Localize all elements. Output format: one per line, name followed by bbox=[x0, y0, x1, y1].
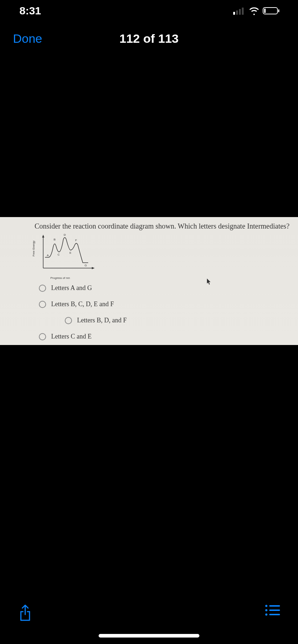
cursor-icon bbox=[207, 279, 211, 285]
svg-rect-2 bbox=[239, 9, 241, 15]
option-label: Letters A and G bbox=[51, 284, 92, 292]
svg-text:C: C bbox=[58, 253, 60, 256]
option-row[interactable]: Letters A and G bbox=[39, 284, 298, 292]
question-prompt: Consider the reaction coordinate diagram… bbox=[0, 217, 298, 230]
svg-rect-6 bbox=[278, 9, 279, 12]
home-indicator[interactable] bbox=[99, 634, 199, 638]
radio-icon[interactable] bbox=[39, 285, 46, 292]
svg-point-20 bbox=[265, 609, 267, 611]
nav-bar: Done 112 of 113 bbox=[0, 22, 298, 56]
option-row[interactable]: Letters B, C, D, E and F bbox=[39, 300, 298, 308]
svg-point-18 bbox=[265, 605, 267, 607]
svg-text:A: A bbox=[47, 254, 49, 257]
svg-text:G: G bbox=[85, 264, 87, 267]
page-counter: 112 of 113 bbox=[119, 32, 179, 46]
document-content[interactable]: Consider the reaction coordinate diagram… bbox=[0, 217, 298, 345]
reaction-diagram: Free Energy A B C D E F G Progress of rx… bbox=[36, 234, 99, 275]
answer-options: Letters A and G Letters B, C, D, E and F… bbox=[39, 284, 298, 340]
svg-marker-8 bbox=[42, 235, 44, 238]
radio-icon[interactable] bbox=[39, 301, 46, 308]
option-row[interactable]: Letters B, D, and F bbox=[65, 317, 298, 324]
option-label: Letters B, C, D, E and F bbox=[51, 300, 114, 308]
svg-rect-1 bbox=[236, 10, 238, 15]
svg-marker-10 bbox=[92, 267, 95, 269]
battery-icon bbox=[263, 6, 280, 15]
diagram-ylabel: Free Energy bbox=[32, 240, 35, 256]
svg-text:F: F bbox=[75, 239, 77, 242]
status-icons bbox=[233, 6, 280, 15]
option-label: Letters B, D, and F bbox=[77, 317, 127, 324]
radio-icon[interactable] bbox=[65, 317, 72, 324]
svg-text:D: D bbox=[64, 234, 66, 236]
option-label: Letters C and E bbox=[51, 333, 91, 340]
share-icon[interactable] bbox=[17, 604, 33, 622]
svg-rect-5 bbox=[264, 9, 266, 13]
svg-point-22 bbox=[265, 613, 267, 616]
done-button[interactable]: Done bbox=[13, 32, 42, 46]
status-time: 8:31 bbox=[19, 5, 41, 17]
radio-icon[interactable] bbox=[39, 333, 46, 340]
svg-text:E: E bbox=[69, 251, 71, 254]
svg-text:B: B bbox=[54, 238, 55, 241]
status-bar: 8:31 bbox=[0, 0, 298, 22]
wifi-icon bbox=[248, 6, 260, 15]
option-row[interactable]: Letters C and E bbox=[39, 333, 298, 340]
svg-rect-0 bbox=[233, 12, 235, 15]
svg-rect-3 bbox=[242, 8, 244, 15]
signal-icon bbox=[233, 7, 245, 15]
list-icon[interactable] bbox=[265, 604, 281, 617]
diagram-xlabel: Progress of rxn bbox=[50, 276, 70, 280]
